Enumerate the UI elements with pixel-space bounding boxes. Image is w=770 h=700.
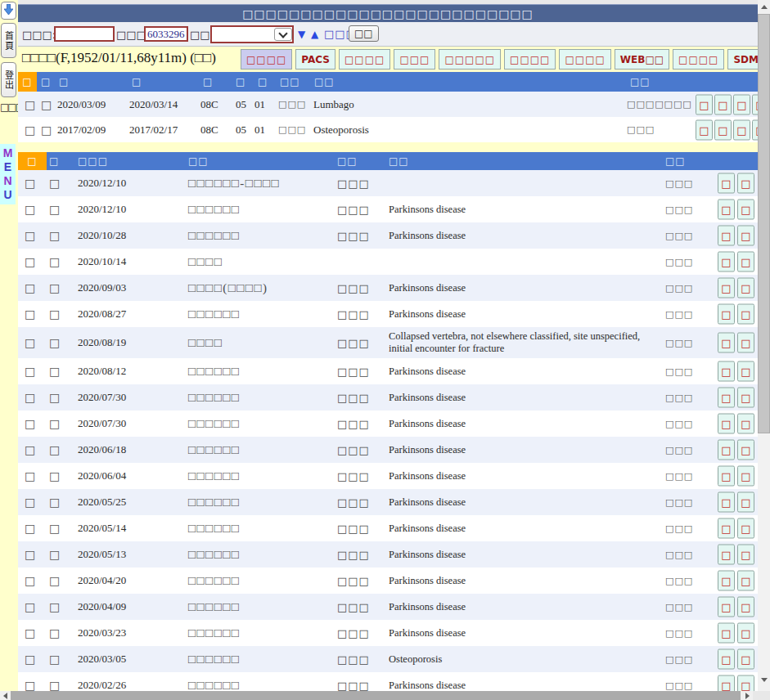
row-flag-box[interactable]: □ <box>49 327 60 358</box>
row-action-button[interactable]: □ <box>718 597 735 617</box>
row-flag-box[interactable]: □ <box>49 541 60 568</box>
scrollbar-up-button[interactable] <box>758 0 770 14</box>
row-flag-box[interactable]: □ <box>49 646 60 672</box>
sidebar-home-button[interactable]: 首頁 <box>1 23 16 58</box>
row-select-box[interactable]: □ <box>25 170 35 196</box>
row-flag-box[interactable]: □ <box>49 568 60 594</box>
row-action-button[interactable]: □ <box>718 414 735 434</box>
row-select-box[interactable]: □ <box>25 541 35 568</box>
row-action-button[interactable]: □ <box>718 278 735 298</box>
horizontal-scrollbar-thumb[interactable] <box>11 691 741 700</box>
row-flag-box[interactable]: □ <box>49 196 60 222</box>
row-flag-box[interactable]: □ <box>49 249 60 275</box>
row-action-button[interactable]: □ <box>737 200 754 220</box>
row-action-button[interactable]: □ <box>718 545 735 565</box>
row-flag-box[interactable]: □ <box>49 170 60 196</box>
row-action-button[interactable]: □ <box>733 94 750 114</box>
row-select-box[interactable]: □ <box>25 196 35 222</box>
row-action-button[interactable]: □ <box>696 94 713 114</box>
row-flag-box[interactable]: □ <box>49 489 60 515</box>
row-action-button[interactable]: □ <box>737 278 754 298</box>
row-action-button[interactable]: □ <box>737 492 754 513</box>
row-action-button[interactable]: □ <box>737 623 754 644</box>
row-action-button[interactable]: □ <box>714 119 732 140</box>
patient-action-button[interactable]: □□□□ <box>241 49 292 70</box>
select-all-header[interactable]: □ <box>18 152 47 170</box>
row-flag-box[interactable]: □ <box>49 594 60 620</box>
vertical-scrollbar[interactable] <box>758 0 770 691</box>
row-action-button[interactable]: □ <box>718 492 735 513</box>
row-flag-box[interactable]: □ <box>49 620 60 646</box>
row-select-box[interactable]: □ <box>25 117 35 142</box>
search-button[interactable]: □□ <box>349 25 379 42</box>
row-action-button[interactable]: □ <box>737 440 754 460</box>
sort-ascending-button[interactable]: ▲ <box>311 29 318 40</box>
row-select-box[interactable]: □ <box>25 463 35 489</box>
patient-action-button[interactable]: PACS <box>295 49 335 70</box>
row-action-button[interactable]: □ <box>718 361 735 382</box>
filter-select[interactable] <box>210 25 294 43</box>
row-flag-box[interactable]: □ <box>49 672 60 691</box>
row-select-box[interactable]: □ <box>25 437 35 463</box>
row-action-button[interactable]: □ <box>696 119 713 140</box>
row-select-box[interactable]: □ <box>25 358 35 384</box>
row-flag-box[interactable]: □ <box>49 411 60 437</box>
patient-action-button[interactable]: □□□□ <box>673 49 724 70</box>
row-action-button[interactable]: □ <box>737 388 754 408</box>
row-action-button[interactable]: □ <box>737 518 754 539</box>
row-select-box[interactable]: □ <box>25 568 35 594</box>
row-action-button[interactable]: □ <box>718 518 735 539</box>
sort-descending-button[interactable]: ▼ <box>298 29 305 40</box>
scrollbar-down-button[interactable] <box>758 673 770 687</box>
row-flag-box[interactable]: □ <box>49 301 60 327</box>
patient-action-button[interactable]: □□□□ <box>339 49 390 70</box>
row-action-button[interactable]: □ <box>718 226 735 246</box>
row-select-box[interactable]: □ <box>25 411 35 437</box>
row-action-button[interactable]: □ <box>718 200 735 220</box>
row-action-button[interactable]: □ <box>737 675 754 692</box>
row-action-button[interactable]: □ <box>737 226 754 246</box>
row-action-button[interactable]: □ <box>733 119 750 140</box>
scrollbar-right-button[interactable] <box>741 691 753 700</box>
row-select-box[interactable]: □ <box>25 222 35 249</box>
row-action-button[interactable]: □ <box>737 361 754 382</box>
row-action-button[interactable]: □ <box>718 252 735 272</box>
row-select-box[interactable]: □ <box>25 384 35 411</box>
row-action-button[interactable]: □ <box>718 466 735 487</box>
row-flag-box[interactable]: □ <box>41 92 52 117</box>
row-action-button[interactable]: □ <box>718 333 735 353</box>
patient-id-input[interactable] <box>144 26 188 42</box>
row-action-button[interactable]: □ <box>714 94 732 114</box>
select-all-header[interactable]: □ <box>18 72 37 92</box>
row-action-button[interactable]: □ <box>718 440 735 460</box>
row-action-button[interactable]: □ <box>737 466 754 487</box>
row-select-box[interactable]: □ <box>25 515 35 541</box>
row-select-box[interactable]: □ <box>25 275 35 301</box>
patient-action-button[interactable]: □□□□□ <box>439 49 501 70</box>
row-action-button[interactable]: □ <box>737 173 754 194</box>
row-select-box[interactable]: □ <box>25 327 35 358</box>
sidebar-menu-block[interactable]: M E N U <box>0 144 16 204</box>
row-flag-box[interactable]: □ <box>41 117 52 142</box>
field1-input[interactable] <box>54 26 115 42</box>
patient-action-button[interactable]: □□□□ <box>559 49 610 70</box>
patient-action-button[interactable]: WEB□□ <box>615 49 669 70</box>
vertical-scrollbar-thumb[interactable] <box>758 14 770 433</box>
row-flag-box[interactable]: □ <box>49 463 60 489</box>
row-flag-box[interactable]: □ <box>49 515 60 541</box>
row-flag-box[interactable]: □ <box>49 222 60 249</box>
row-select-box[interactable]: □ <box>25 594 35 620</box>
row-action-button[interactable]: □ <box>718 571 735 591</box>
row-action-button[interactable]: □ <box>737 649 754 670</box>
row-select-box[interactable]: □ <box>25 249 35 275</box>
row-action-button[interactable]: □ <box>737 333 754 353</box>
patient-action-button[interactable]: □□□□ <box>504 49 556 70</box>
row-action-button[interactable]: □ <box>718 649 735 670</box>
row-action-button[interactable]: □ <box>718 388 735 408</box>
row-action-button[interactable]: □ <box>718 675 735 692</box>
row-action-button[interactable]: □ <box>752 94 758 114</box>
row-select-box[interactable]: □ <box>25 92 35 117</box>
row-action-button[interactable]: □ <box>718 173 735 194</box>
patient-action-button[interactable]: SDM <box>727 49 758 70</box>
row-flag-box[interactable]: □ <box>49 275 60 301</box>
